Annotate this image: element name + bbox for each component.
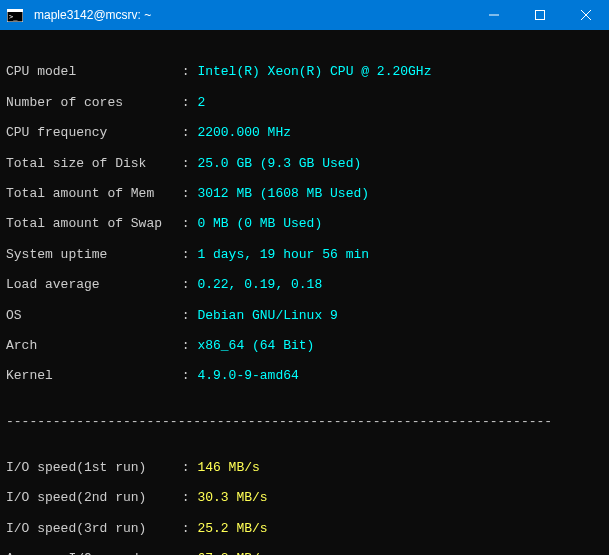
value-uptime: 1 days, 19 hour 56 min [197,247,369,262]
terminal-icon: >_ [0,0,30,30]
value-cpu-model: Intel(R) Xeon(R) CPU @ 2.20GHz [197,64,431,79]
label-io2: I/O speed(2nd run) [6,490,174,505]
maximize-button[interactable] [517,0,563,30]
value-load: 0.22, 0.19, 0.18 [197,277,322,292]
value-io-avg: 67.2 MB/s [197,551,267,555]
label-cores: Number of cores [6,95,174,110]
window-title: maple3142@mcsrv: ~ [30,8,471,22]
label-io-avg: Average I/O speed [6,551,174,555]
value-arch: x86_64 (64 Bit) [197,338,314,353]
label-kernel: Kernel [6,368,174,383]
io-tests: I/O speed(1st run) : 146 MB/s I/O speed(… [6,444,603,555]
label-arch: Arch [6,338,174,353]
divider: ----------------------------------------… [6,414,603,429]
label-swap: Total amount of Swap [6,216,174,231]
value-io3: 25.2 MB/s [197,521,267,536]
svg-text:>_: >_ [9,13,18,21]
value-mem: 3012 MB (1608 MB Used) [197,186,369,201]
system-info: CPU model : Intel(R) Xeon(R) CPU @ 2.20G… [6,49,603,399]
svg-rect-1 [7,9,23,12]
label-cpu-model: CPU model [6,64,174,79]
minimize-button[interactable] [471,0,517,30]
label-os: OS [6,308,174,323]
value-os: Debian GNU/Linux 9 [197,308,337,323]
value-cores: 2 [197,95,205,110]
label-uptime: System uptime [6,247,174,262]
label-load: Load average [6,277,174,292]
label-io1: I/O speed(1st run) [6,460,174,475]
label-disk: Total size of Disk [6,156,174,171]
close-button[interactable] [563,0,609,30]
value-io1: 146 MB/s [197,460,259,475]
label-io3: I/O speed(3rd run) [6,521,174,536]
value-io2: 30.3 MB/s [197,490,267,505]
terminal-body[interactable]: CPU model : Intel(R) Xeon(R) CPU @ 2.20G… [0,30,609,555]
value-kernel: 4.9.0-9-amd64 [197,368,298,383]
value-disk: 25.0 GB (9.3 GB Used) [197,156,361,171]
value-freq: 2200.000 MHz [197,125,291,140]
svg-rect-4 [536,11,545,20]
value-swap: 0 MB (0 MB Used) [197,216,322,231]
label-freq: CPU frequency [6,125,174,140]
window-titlebar: >_ maple3142@mcsrv: ~ [0,0,609,30]
label-mem: Total amount of Mem [6,186,174,201]
